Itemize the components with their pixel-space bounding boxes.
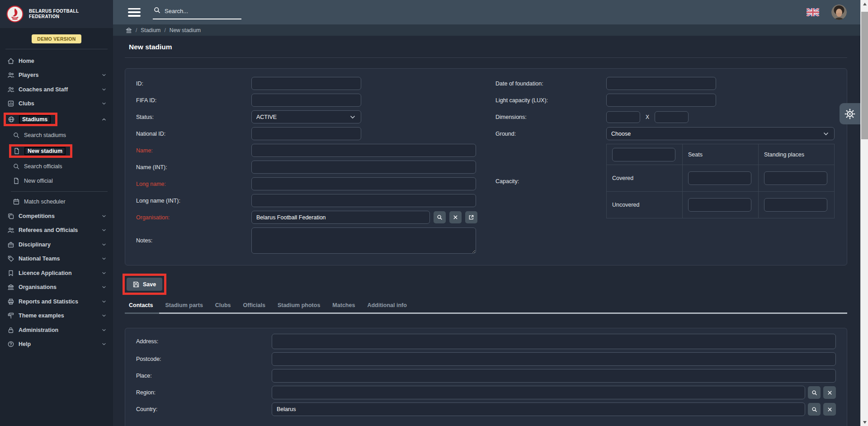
ground-select[interactable]: Choose [606, 127, 835, 140]
save-button[interactable]: Save [127, 278, 162, 291]
country-field[interactable] [272, 402, 805, 416]
organisation-label: Organisation: [136, 214, 251, 221]
dimensions-label: Dimensions: [495, 114, 606, 120]
sidebar-item-stadiums[interactable]: Stadiums [0, 111, 113, 128]
chevron-down-icon [101, 270, 107, 276]
uncovered-standing-field[interactable] [764, 198, 827, 212]
name-int-field[interactable] [251, 161, 476, 174]
search-input[interactable] [165, 8, 232, 14]
place-field[interactable] [272, 369, 836, 383]
scrollbar-thumb[interactable] [861, 12, 868, 139]
sidebar-item-help[interactable]: Help [0, 337, 113, 352]
sidebar-item-home[interactable]: Home [0, 54, 113, 68]
postcode-field[interactable] [272, 352, 836, 366]
notes-field[interactable] [251, 227, 476, 254]
tab-clubs[interactable]: Clubs [215, 302, 231, 312]
sidebar-item-competitions[interactable]: Competitions [0, 209, 113, 223]
organisation-clear-button[interactable] [449, 211, 462, 223]
chevron-down-icon [101, 299, 107, 304]
menu-toggle-icon[interactable] [128, 8, 141, 17]
uncovered-seats-field[interactable] [688, 198, 751, 212]
sidebar-item-national-teams[interactable]: National Teams [0, 252, 113, 266]
breadcrumb-separator: / [164, 27, 165, 33]
close-icon [453, 214, 458, 220]
uk-flag-icon[interactable] [807, 8, 819, 16]
chevron-down-icon [823, 132, 829, 136]
search-icon [437, 214, 443, 220]
sidebar-nav: HomePlayersCoaches and StaffClubsStadium… [0, 54, 113, 351]
sidebar-item-reports-and-statistics[interactable]: Reports and Statistics [0, 294, 113, 309]
organisation-search-button[interactable] [434, 211, 446, 223]
sidebar-item-clubs[interactable]: Clubs [0, 97, 113, 111]
sidebar-item-players[interactable]: Players [0, 68, 113, 83]
national-id-field[interactable] [251, 127, 361, 140]
sidebar-item-disciplinary[interactable]: Disciplinary [0, 237, 113, 252]
sidebar-item-search-officials[interactable]: Search officials [0, 160, 113, 174]
tab-officials[interactable]: Officials [243, 302, 265, 312]
settings-gear-button[interactable] [840, 103, 860, 124]
long-name-label: Long name: [136, 181, 251, 187]
long-name-field[interactable] [251, 177, 476, 190]
chevron-down-icon [101, 101, 107, 106]
scroll-up-arrow[interactable] [861, 0, 868, 8]
page-scrollbar[interactable] [860, 0, 868, 426]
name-field[interactable] [251, 144, 476, 157]
chevron-up-icon [101, 117, 107, 122]
sidebar-item-coaches-and-staff[interactable]: Coaches and Staff [0, 82, 113, 97]
id-field[interactable] [251, 77, 361, 90]
covered-seats-field[interactable] [688, 171, 751, 185]
breadcrumb-stadium[interactable]: Stadium [141, 27, 160, 33]
organisation-field[interactable] [251, 211, 430, 224]
status-select[interactable]: ACTIVE [251, 110, 361, 123]
region-search-button[interactable] [808, 386, 821, 399]
dimensions-width-field[interactable] [606, 111, 640, 123]
country-search-button[interactable] [808, 403, 821, 416]
sidebar-item-referees-and-officials[interactable]: Referees and Officials [0, 223, 113, 238]
tab-contacts[interactable]: Contacts [129, 302, 153, 312]
date-of-foundation-field[interactable] [606, 77, 716, 90]
region-clear-button[interactable] [823, 386, 836, 399]
page-content: New stadium ID: FIFA ID: Status: ACTIVE … [113, 36, 860, 426]
sidebar-item-administration[interactable]: Administration [0, 323, 113, 337]
home-icon[interactable] [126, 27, 132, 33]
long-name-int-field[interactable] [251, 194, 476, 207]
chevron-down-icon [101, 313, 107, 318]
covered-standing-field[interactable] [764, 171, 827, 185]
place-label: Place: [136, 373, 272, 379]
sidebar-item-new-stadium[interactable]: New stadium [0, 142, 113, 160]
chevron-down-icon [101, 256, 107, 261]
contacts-panel: Address: Postcode: Place: Region: Countr… [125, 328, 847, 426]
tab-stadium-photos[interactable]: Stadium photos [278, 302, 320, 312]
country-clear-button[interactable] [823, 403, 836, 416]
form-left-column: ID: FIFA ID: Status: ACTIVE National ID:… [136, 77, 495, 265]
address-field[interactable] [272, 334, 836, 349]
file-icon [13, 147, 20, 155]
sidebar-item-match-scheduler[interactable]: Match scheduler [0, 195, 113, 209]
save-icon [133, 281, 139, 288]
light-capacity-field[interactable] [606, 94, 716, 107]
scroll-down-arrow[interactable] [861, 418, 868, 426]
id-label: ID: [136, 80, 251, 87]
chevron-down-icon [350, 115, 355, 119]
user-avatar[interactable] [831, 5, 847, 20]
dimensions-length-field[interactable] [655, 111, 689, 123]
tab-additional-info[interactable]: Additional info [367, 302, 406, 312]
printer-icon [7, 298, 14, 305]
country-label: Country: [136, 406, 272, 412]
search-icon [154, 7, 160, 15]
tab-stadium-parts[interactable]: Stadium parts [165, 302, 203, 312]
breadcrumb-new-stadium[interactable]: New stadium [170, 27, 201, 33]
sidebar-item-organisations[interactable]: Organisations [0, 280, 113, 295]
sidebar-item-theme-examples[interactable]: Theme examples [0, 309, 113, 323]
form-right-column: Date of foundation: Light capacity (LUX)… [495, 77, 835, 265]
tab-matches[interactable]: Matches [332, 302, 355, 312]
capacity-name-field[interactable] [612, 148, 675, 161]
organisation-open-button[interactable] [465, 211, 477, 223]
sidebar-submenu-divider [11, 191, 108, 192]
sidebar-item-search-stadiums[interactable]: Search stadiums [0, 128, 113, 142]
sidebar-item-new-official[interactable]: New official [0, 174, 113, 188]
sidebar-item-licence-application[interactable]: Licence Application [0, 266, 113, 280]
fifa-id-field[interactable] [251, 94, 361, 107]
region-field[interactable] [272, 386, 805, 399]
federation-logo-icon [6, 5, 24, 23]
